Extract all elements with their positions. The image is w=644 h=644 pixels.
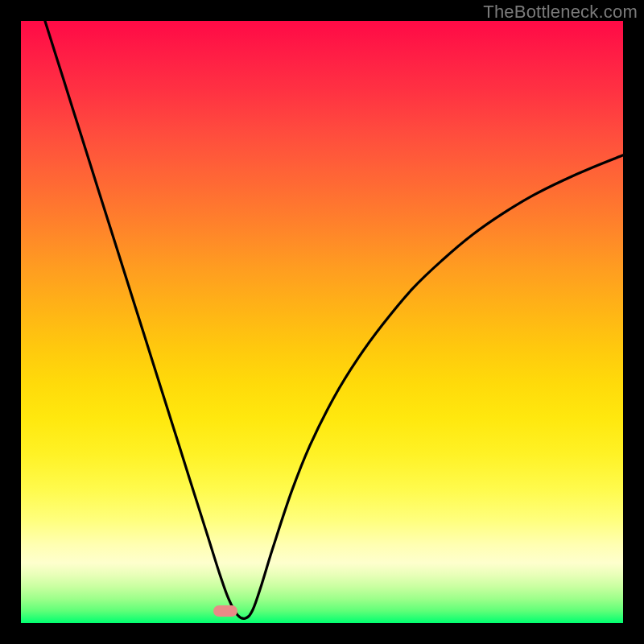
- plot-area: [21, 21, 623, 623]
- watermark-text: TheBottleneck.com: [483, 2, 638, 23]
- bottleneck-curve-path: [45, 21, 623, 619]
- curve-svg: [21, 21, 623, 623]
- chart-frame: TheBottleneck.com: [0, 0, 644, 644]
- optimal-marker: [213, 605, 237, 617]
